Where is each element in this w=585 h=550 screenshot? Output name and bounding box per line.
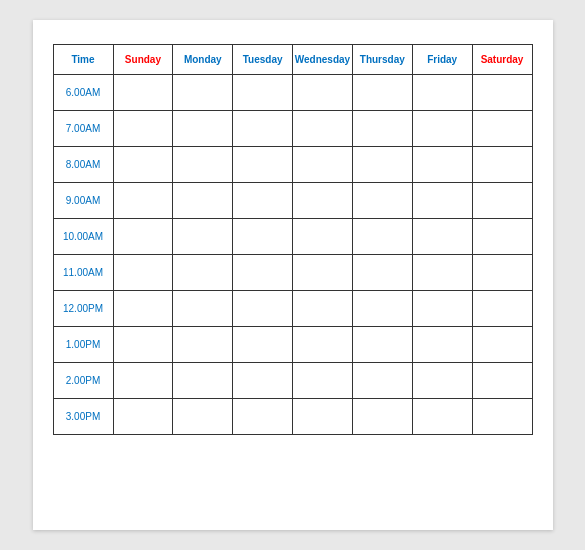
schedule-cell[interactable] — [233, 327, 293, 363]
table-row: 12.00PM — [53, 291, 532, 327]
schedule-cell[interactable] — [113, 363, 173, 399]
schedule-cell[interactable] — [293, 219, 353, 255]
schedule-cell[interactable] — [472, 291, 532, 327]
table-row: 1.00PM — [53, 327, 532, 363]
schedule-cell[interactable] — [173, 399, 233, 435]
schedule-cell[interactable] — [352, 183, 412, 219]
time-cell: 10.00AM — [53, 219, 113, 255]
schedule-cell[interactable] — [113, 75, 173, 111]
schedule-cell[interactable] — [293, 399, 353, 435]
schedule-cell[interactable] — [233, 147, 293, 183]
schedule-cell[interactable] — [352, 111, 412, 147]
schedule-cell[interactable] — [173, 219, 233, 255]
schedule-cell[interactable] — [173, 183, 233, 219]
schedule-cell[interactable] — [352, 219, 412, 255]
table-row: 11.00AM — [53, 255, 532, 291]
schedule-table: TimeSundayMondayTuesdayWednesdayThursday… — [53, 44, 533, 435]
schedule-cell[interactable] — [293, 327, 353, 363]
table-row: 7.00AM — [53, 111, 532, 147]
time-cell: 8.00AM — [53, 147, 113, 183]
schedule-cell[interactable] — [233, 363, 293, 399]
schedule-cell[interactable] — [412, 111, 472, 147]
schedule-cell[interactable] — [293, 363, 353, 399]
schedule-cell[interactable] — [352, 291, 412, 327]
schedule-cell[interactable] — [472, 327, 532, 363]
schedule-cell[interactable] — [293, 183, 353, 219]
header-cell-time: Time — [53, 45, 113, 75]
schedule-cell[interactable] — [173, 255, 233, 291]
page-container: TimeSundayMondayTuesdayWednesdayThursday… — [33, 20, 553, 530]
schedule-cell[interactable] — [412, 399, 472, 435]
time-cell: 11.00AM — [53, 255, 113, 291]
schedule-cell[interactable] — [233, 399, 293, 435]
schedule-cell[interactable] — [472, 399, 532, 435]
header-cell-friday: Friday — [412, 45, 472, 75]
time-cell: 12.00PM — [53, 291, 113, 327]
header-cell-monday: Monday — [173, 45, 233, 75]
table-row: 8.00AM — [53, 147, 532, 183]
header-row: TimeSundayMondayTuesdayWednesdayThursday… — [53, 45, 532, 75]
schedule-cell[interactable] — [113, 147, 173, 183]
table-row: 2.00PM — [53, 363, 532, 399]
schedule-cell[interactable] — [472, 219, 532, 255]
schedule-cell[interactable] — [173, 363, 233, 399]
schedule-cell[interactable] — [293, 75, 353, 111]
schedule-cell[interactable] — [412, 327, 472, 363]
time-cell: 7.00AM — [53, 111, 113, 147]
schedule-cell[interactable] — [173, 327, 233, 363]
schedule-cell[interactable] — [233, 75, 293, 111]
schedule-cell[interactable] — [173, 75, 233, 111]
schedule-cell[interactable] — [352, 327, 412, 363]
schedule-cell[interactable] — [472, 75, 532, 111]
schedule-cell[interactable] — [293, 255, 353, 291]
schedule-cell[interactable] — [113, 111, 173, 147]
header-cell-saturday: Saturday — [472, 45, 532, 75]
schedule-cell[interactable] — [113, 291, 173, 327]
schedule-cell[interactable] — [113, 255, 173, 291]
table-row: 10.00AM — [53, 219, 532, 255]
schedule-cell[interactable] — [113, 327, 173, 363]
time-cell: 9.00AM — [53, 183, 113, 219]
schedule-cell[interactable] — [293, 291, 353, 327]
schedule-cell[interactable] — [352, 255, 412, 291]
schedule-cell[interactable] — [113, 399, 173, 435]
schedule-cell[interactable] — [113, 219, 173, 255]
schedule-cell[interactable] — [173, 291, 233, 327]
schedule-cell[interactable] — [472, 183, 532, 219]
schedule-cell[interactable] — [113, 183, 173, 219]
schedule-cell[interactable] — [293, 111, 353, 147]
schedule-cell[interactable] — [352, 75, 412, 111]
schedule-cell[interactable] — [233, 291, 293, 327]
time-cell: 2.00PM — [53, 363, 113, 399]
schedule-cell[interactable] — [412, 183, 472, 219]
schedule-cell[interactable] — [412, 291, 472, 327]
schedule-cell[interactable] — [412, 363, 472, 399]
schedule-cell[interactable] — [233, 183, 293, 219]
schedule-cell[interactable] — [233, 255, 293, 291]
header-cell-tuesday: Tuesday — [233, 45, 293, 75]
schedule-cell[interactable] — [412, 75, 472, 111]
schedule-cell[interactable] — [173, 111, 233, 147]
table-row: 6.00AM — [53, 75, 532, 111]
schedule-cell[interactable] — [352, 363, 412, 399]
time-cell: 1.00PM — [53, 327, 113, 363]
schedule-cell[interactable] — [233, 219, 293, 255]
schedule-cell[interactable] — [173, 147, 233, 183]
schedule-cell[interactable] — [233, 111, 293, 147]
schedule-cell[interactable] — [412, 219, 472, 255]
schedule-cell[interactable] — [472, 111, 532, 147]
schedule-cell[interactable] — [412, 147, 472, 183]
schedule-cell[interactable] — [293, 147, 353, 183]
schedule-cell[interactable] — [412, 255, 472, 291]
header-cell-sunday: Sunday — [113, 45, 173, 75]
table-row: 9.00AM — [53, 183, 532, 219]
schedule-cell[interactable] — [352, 147, 412, 183]
header-cell-wednesday: Wednesday — [293, 45, 353, 75]
time-cell: 3.00PM — [53, 399, 113, 435]
table-row: 3.00PM — [53, 399, 532, 435]
schedule-cell[interactable] — [472, 255, 532, 291]
schedule-cell[interactable] — [472, 363, 532, 399]
schedule-cell[interactable] — [472, 147, 532, 183]
schedule-cell[interactable] — [352, 399, 412, 435]
time-cell: 6.00AM — [53, 75, 113, 111]
